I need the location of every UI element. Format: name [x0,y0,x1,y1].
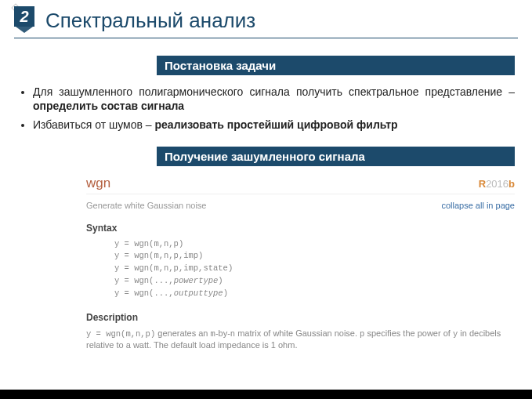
bullet-item-2: Избавиться от шумов – реализовать просте… [33,118,515,132]
section-noisy-signal: Получение зашумленного сигнала [157,147,515,166]
matlab-doc-snippet: wgn R2016b Generate white Gaussian noise… [86,176,515,352]
title-underline [14,38,518,38]
bullet-1-text: Для зашумленного полигармонического сигн… [33,85,515,98]
page-title: Спектральный анализ [45,9,255,33]
doc-header: wgn R2016b [86,176,515,194]
desc-code-call: y = wgn(m,n,p) [86,329,155,339]
doc-subheader: Generate white Gaussian noise collapse a… [86,201,515,210]
footer-bar [0,390,532,399]
syntax-heading: Syntax [86,223,515,234]
code-line-2: y = wgn(m,n,p,imp) [114,250,515,263]
description-heading: Description [86,312,515,323]
section-problem-statement: Постановка задачи [157,56,515,75]
slide-header: 2 Спектральный анализ [0,0,532,38]
version-r: R [479,178,486,190]
version-label: R2016b [479,178,515,190]
bullet-list: Для зашумленного полигармонического сигн… [33,85,515,132]
code-line-3: y = wgn(m,n,p,imp,state) [114,263,515,275]
collapse-all-link[interactable]: collapse all in page [441,201,515,210]
page-number-badge: 2 [14,6,38,34]
version-year: 2016 [486,178,508,190]
bullet-2-bold: реализовать простейший цифровой фильтр [155,118,398,131]
bullet-1-bold: определить состав сигнала [33,100,184,112]
page-number: 2 [14,6,34,27]
code-line-1: y = wgn(m,n,p) [114,238,515,251]
badge-flap-icon [16,27,33,33]
function-name: wgn [86,176,110,191]
doc-subtitle: Generate white Gaussian noise [86,201,206,210]
description-text: y = wgn(m,n,p) generates an m-by-n matri… [86,328,515,351]
bullet-item-1: Для зашумленного полигармонического сигн… [33,85,515,113]
code-line-4: y = wgn(...,powertype) [114,275,515,288]
version-b: b [508,178,515,190]
bullet-2-text: Избавиться от шумов – [33,118,155,131]
code-line-5: y = wgn(...,outputtype) [114,288,515,300]
syntax-code: y = wgn(m,n,p) y = wgn(m,n,p,imp) y = wg… [114,238,515,300]
